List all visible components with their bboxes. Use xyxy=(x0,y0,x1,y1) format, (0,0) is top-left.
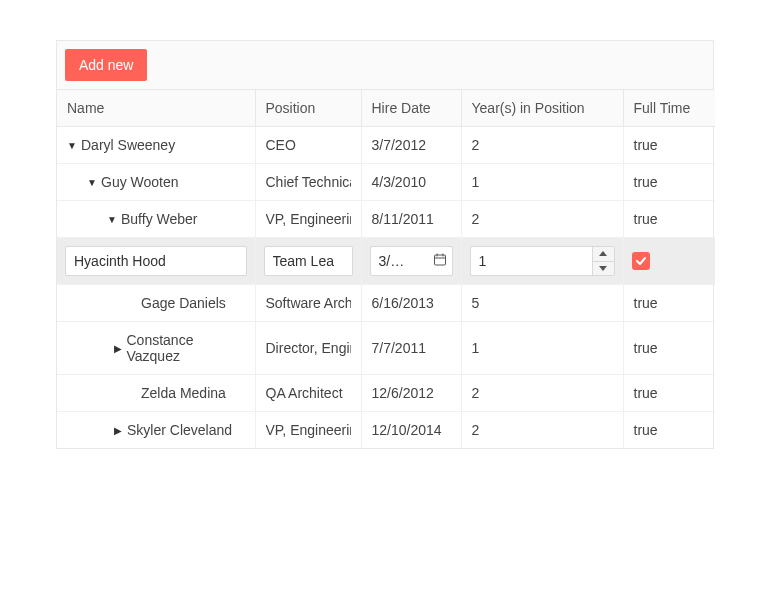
table-row[interactable]: ▼Buffy Weber VP, Engineering 8/11/2011 2… xyxy=(57,201,715,238)
cell-full-time: true xyxy=(623,375,715,412)
cell-years: 5 xyxy=(461,285,623,322)
header-years[interactable]: Year(s) in Position xyxy=(461,90,623,127)
toolbar: Add new xyxy=(57,41,713,90)
cell-years: 1 xyxy=(461,164,623,201)
cell-full-time: true xyxy=(623,285,715,322)
collapse-icon[interactable]: ▼ xyxy=(67,140,77,151)
cell-name: Zelda Medina xyxy=(141,385,226,401)
spin-down-icon[interactable] xyxy=(593,262,614,276)
expand-icon[interactable]: ▶ xyxy=(113,343,123,354)
edit-date-input[interactable] xyxy=(370,246,453,276)
add-new-button[interactable]: Add new xyxy=(65,49,147,81)
cell-full-time: true xyxy=(623,201,715,238)
cell-years: 2 xyxy=(461,127,623,164)
table-row[interactable]: Gage Daniels Software Architect 6/16/201… xyxy=(57,285,715,322)
cell-name: Guy Wooten xyxy=(101,174,179,190)
cell-position: Software Architect xyxy=(266,295,351,311)
table-row[interactable]: ▶Constance Vazquez Director, Engineering… xyxy=(57,322,715,375)
cell-name: Constance Vazquez xyxy=(127,332,245,364)
cell-hire-date: 3/7/2012 xyxy=(361,127,461,164)
cell-position: VP, Engineering xyxy=(266,422,351,438)
collapse-icon[interactable]: ▼ xyxy=(107,214,117,225)
cell-years: 1 xyxy=(461,322,623,375)
cell-years: 2 xyxy=(461,412,623,449)
header-name[interactable]: Name xyxy=(57,90,255,127)
tree-list-table: Name Position Hire Date Year(s) in Posit… xyxy=(57,90,715,448)
cell-hire-date: 6/16/2013 xyxy=(361,285,461,322)
header-hire-date[interactable]: Hire Date xyxy=(361,90,461,127)
spinner xyxy=(592,247,614,275)
cell-position: Chief Technical Officer xyxy=(266,174,351,190)
table-row[interactable]: ▼Guy Wooten Chief Technical Officer 4/3/… xyxy=(57,164,715,201)
collapse-icon[interactable]: ▼ xyxy=(87,177,97,188)
cell-years: 2 xyxy=(461,375,623,412)
cell-name: Gage Daniels xyxy=(141,295,226,311)
cell-years: 2 xyxy=(461,201,623,238)
cell-hire-date: 8/11/2011 xyxy=(361,201,461,238)
cell-position: QA Architect xyxy=(266,385,351,401)
cell-full-time: true xyxy=(623,322,715,375)
table-row[interactable]: ▼Daryl Sweeney CEO 3/7/2012 2 true xyxy=(57,127,715,164)
edit-fulltime-checkbox[interactable] xyxy=(632,252,650,270)
cell-hire-date: 12/6/2012 xyxy=(361,375,461,412)
cell-name: Buffy Weber xyxy=(121,211,198,227)
cell-hire-date: 4/3/2010 xyxy=(361,164,461,201)
cell-full-time: true xyxy=(623,127,715,164)
spin-up-icon[interactable] xyxy=(593,247,614,262)
cell-full-time: true xyxy=(623,412,715,449)
tree-list-grid: Add new Name Position Hire Date Year(s) … xyxy=(56,40,714,449)
cell-name: Skyler Cleveland xyxy=(127,422,232,438)
edit-name-input[interactable] xyxy=(65,246,247,276)
header-full-time[interactable]: Full Time xyxy=(623,90,715,127)
cell-position: CEO xyxy=(266,137,351,153)
header-row: Name Position Hire Date Year(s) in Posit… xyxy=(57,90,715,127)
cell-hire-date: 12/10/2014 xyxy=(361,412,461,449)
cell-full-time: true xyxy=(623,164,715,201)
cell-name: Daryl Sweeney xyxy=(81,137,175,153)
table-row[interactable]: ▶Skyler Cleveland VP, Engineering 12/10/… xyxy=(57,412,715,449)
cell-hire-date: 7/7/2011 xyxy=(361,322,461,375)
table-row[interactable]: Zelda Medina QA Architect 12/6/2012 2 tr… xyxy=(57,375,715,412)
expand-icon[interactable]: ▶ xyxy=(113,425,123,436)
edit-position-input[interactable] xyxy=(264,246,353,276)
header-position[interactable]: Position xyxy=(255,90,361,127)
cell-position: VP, Engineering xyxy=(266,211,351,227)
edit-row xyxy=(57,238,715,285)
cell-position: Director, Engineering xyxy=(266,340,351,356)
